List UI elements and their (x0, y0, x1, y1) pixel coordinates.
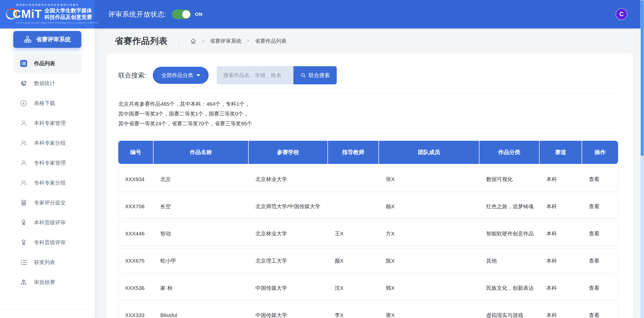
table-row: XXX536 家·秋 中国传媒大学 沈X 韩X 民族文化，创新表达 本科 查看 (118, 276, 618, 300)
cell-name: Blissful (154, 312, 249, 318)
sidebar-item-label: 专科晋级评审 (34, 239, 66, 246)
cell-name: 长空 (154, 203, 249, 210)
cell-track: 本科 (540, 203, 582, 210)
view-link[interactable]: 查看 (582, 257, 618, 264)
cell-school: 北京林业大学 (249, 176, 328, 183)
col-header-teacher: 指导教师 (328, 141, 379, 164)
content-panel: 联合搜索: 全部作品分类 联合搜索 北京共有参赛作品465个，其中本科：464个… (107, 54, 633, 318)
stats-line-3: 其中省赛一等奖24个，省赛二等奖70个，省赛三等奖95个 (118, 119, 622, 128)
sidebar-item-label: 专家评分提交 (34, 199, 66, 206)
col-header-id: 编号 (118, 141, 154, 164)
cell-id: XXX675 (119, 258, 154, 264)
cell-category: 智能软硬件创意作品 (480, 230, 540, 237)
sidebar-item-expert-score-submit[interactable]: 专家评分提交 (13, 193, 81, 213)
cell-track: 本科 (540, 285, 582, 292)
sidebar-item-label: 专科专家管理 (34, 159, 66, 166)
sidebar-item-college-expert-group[interactable]: 专科专家分组 (13, 173, 81, 193)
user-icon (20, 119, 27, 127)
search-button[interactable]: 联合搜索 (293, 66, 337, 84)
sidebar-item-table-download[interactable]: 表格下载 (13, 93, 81, 113)
divider (118, 93, 622, 93)
cell-name: 智动 (154, 230, 249, 237)
cell-id: XXX536 (119, 285, 154, 291)
view-link[interactable]: 查看 (582, 285, 618, 292)
review-status-label: 评审系统开放状态: (108, 10, 167, 19)
cell-id: XXX708 (119, 203, 154, 209)
breadcrumb: > 省赛评审系统 > 省赛作品列表 (190, 38, 287, 45)
table-row: XXX934 北京 北京林业大学 张X 数据可视化 本科 查看 (118, 167, 618, 191)
cell-teacher: 王X (328, 230, 379, 237)
user-avatar[interactable]: C (616, 8, 627, 20)
view-link[interactable]: 查看 (582, 230, 618, 237)
ordered-list-icon: 123 (20, 259, 27, 266)
view-link[interactable]: 查看 (582, 203, 618, 210)
cell-school: 北京理工大学 (249, 257, 328, 264)
breadcrumb-level1[interactable]: 省赛评审系统 (210, 38, 242, 45)
logo-name-line2: 科技作品及创意竞赛 (44, 14, 92, 20)
cell-school: 北京林业大学 (249, 230, 328, 237)
stats-summary: 北京共有参赛作品465个，其中本科：464个，专科1个， 其中国赛一等奖3个，国… (118, 99, 622, 128)
sidebar-divider (0, 309, 95, 309)
table-row: XXX333 Blissful 中国传媒大学 李X 唐X 虚拟现实与游戏 本科 … (118, 303, 618, 318)
sidebar-item-award-list[interactable]: 123 获奖列表 (13, 252, 81, 272)
main-content: 省赛作品列表 > 省赛评审系统 > 省赛作品列表 联合搜索: 全部作品分类 (95, 28, 644, 318)
sidebar-item-works-list[interactable]: 作品列表 (13, 53, 81, 73)
vertical-scrollbar (640, 0, 644, 318)
col-header-school: 参赛学校 (249, 141, 328, 164)
sidebar-item-approve-school-competition[interactable]: 审批校赛 (13, 272, 81, 292)
category-dropdown-label: 全部作品分类 (161, 72, 193, 79)
sidebar-item-label: 表格下载 (34, 100, 55, 107)
cell-name: 家·秋 (154, 285, 249, 292)
search-label: 联合搜索: (118, 71, 146, 80)
col-header-action: 操作 (582, 141, 618, 164)
scrollbar-thumb[interactable] (641, 0, 644, 156)
breadcrumb-home-icon[interactable] (190, 38, 197, 44)
sidebar: 省赛评审系统 作品列表 数据统计 表格下载 本科专家管理 (0, 28, 95, 318)
medal-icon (20, 239, 27, 246)
cell-category: 虚拟现实与游戏 (480, 312, 540, 318)
view-link[interactable]: 查看 (582, 176, 618, 183)
sidebar-item-undergrad-promotion-review[interactable]: 本科晋级评审 (13, 213, 81, 232)
sidebar-item-undergrad-expert-group[interactable]: 本科专家分组 (13, 133, 81, 153)
col-header-members: 团队成员 (379, 141, 479, 164)
cell-members: 方X (379, 230, 480, 237)
cell-track: 本科 (540, 257, 582, 264)
sidebar-menu: 作品列表 数据统计 表格下载 本科专家管理 本科专家分组 (13, 53, 81, 292)
review-status-toggle[interactable] (172, 10, 191, 19)
cell-members: 张X (379, 176, 480, 183)
sidebar-item-label: 获奖列表 (34, 259, 55, 266)
top-bar: 教育部中国高等教育学会学科竞赛排行榜项目 CMiT 全国大学生数字媒体 科技作品… (0, 0, 644, 28)
download-icon (20, 99, 27, 107)
col-header-name: 作品名称 (154, 141, 249, 164)
cell-members: 杨X (379, 203, 480, 210)
sidebar-system-label: 省赛评审系统 (36, 36, 71, 43)
view-link[interactable]: 查看 (582, 312, 618, 318)
col-header-category: 作品分类 (479, 141, 540, 164)
cell-id: XXX333 (119, 312, 154, 318)
cell-teacher: 沈X (328, 285, 379, 292)
app-logo: 教育部中国高等教育学会学科竞赛排行榜项目 CMiT 全国大学生数字媒体 科技作品… (0, 0, 95, 28)
category-dropdown[interactable]: 全部作品分类 (153, 67, 209, 84)
cell-school: 中国传媒大学 (249, 312, 328, 318)
search-input[interactable] (217, 66, 293, 84)
sidebar-system-button[interactable]: 省赛评审系统 (13, 31, 81, 48)
cell-school: 北京师范大学/中国传媒大学 (249, 203, 328, 210)
title-divider (179, 36, 179, 46)
users-icon (20, 179, 27, 187)
sidebar-item-label: 专科专家分组 (34, 179, 66, 186)
cell-id: XXX934 (119, 176, 154, 182)
sidebar-item-college-promotion-review[interactable]: 专科晋级评审 (13, 232, 81, 252)
sidebar-item-college-expert-mgmt[interactable]: 专科专家管理 (13, 153, 81, 173)
sidebar-item-undergrad-expert-mgmt[interactable]: 本科专家管理 (13, 113, 81, 133)
cell-id: XXX446 (119, 231, 154, 237)
divider (118, 133, 622, 133)
logo-caption-en: China College Students Digital Media Tec… (16, 22, 98, 24)
school-icon (20, 278, 27, 286)
cell-category: 其他 (480, 257, 540, 264)
user-icon (20, 159, 27, 167)
logo-name-line1: 全国大学生数字媒体 (44, 7, 92, 14)
cell-name: 蛇小甲 (154, 257, 249, 264)
sidebar-item-data-statistics[interactable]: 数据统计 (13, 73, 81, 93)
list-icon (20, 60, 27, 67)
table-header-row: 编号 作品名称 参赛学校 指导教师 团队成员 作品分类 赛道 操作 (118, 141, 618, 164)
